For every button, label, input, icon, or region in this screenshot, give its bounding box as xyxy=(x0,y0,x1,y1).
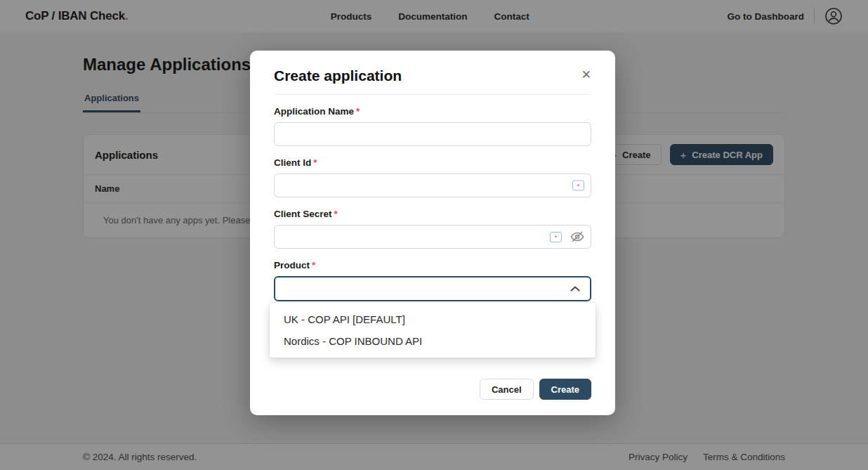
modal-title-divider xyxy=(274,94,591,95)
modal-header: Create application ✕ xyxy=(274,67,591,84)
client-id-input-wrap: * xyxy=(274,174,591,197)
application-name-label: Application Name* xyxy=(274,106,591,117)
client-id-label: Client Id* xyxy=(274,157,591,168)
close-icon[interactable]: ✕ xyxy=(579,66,594,84)
product-label: Product* xyxy=(274,260,591,270)
modal-title: Create application xyxy=(274,67,402,84)
toggle-visibility-eye-slash-icon[interactable] xyxy=(570,231,584,242)
label-text: Application Name xyxy=(274,106,354,117)
modal-create-button[interactable]: Create xyxy=(539,379,591,400)
product-select-wrap: UK - COP API [DEFAULT] Nordics - COP INB… xyxy=(274,276,591,301)
application-name-input[interactable] xyxy=(274,122,591,146)
label-text: Client Secret xyxy=(274,209,332,219)
required-asterisk: * xyxy=(334,209,338,219)
modal-actions: Cancel Create xyxy=(274,379,591,400)
label-text: Product xyxy=(274,260,310,270)
client-id-input-icons: * xyxy=(572,181,584,191)
password-manager-autofill-icon[interactable]: * xyxy=(550,232,562,242)
client-secret-field-group: Client Secret* * xyxy=(274,209,591,249)
application-name-field-group: Application Name* xyxy=(274,106,591,146)
product-select[interactable] xyxy=(274,276,591,301)
client-secret-input[interactable] xyxy=(274,225,591,249)
client-secret-input-wrap: * xyxy=(274,225,591,249)
client-id-field-group: Client Id* * xyxy=(274,157,591,197)
password-manager-autofill-icon[interactable]: * xyxy=(572,181,584,191)
cancel-button[interactable]: Cancel xyxy=(480,379,534,400)
client-secret-input-icons: * xyxy=(550,231,584,242)
required-asterisk: * xyxy=(312,260,315,270)
label-text: Client Id xyxy=(274,157,311,168)
product-option-nordics-cop-inbound-api[interactable]: Nordics - COP INBOUND API xyxy=(270,330,596,352)
product-options-dropdown: UK - COP API [DEFAULT] Nordics - COP INB… xyxy=(270,303,596,358)
required-asterisk: * xyxy=(356,106,360,117)
application-name-input-wrap xyxy=(274,122,591,146)
create-application-modal: Create application ✕ Application Name* C… xyxy=(250,51,615,415)
chevron-up-icon xyxy=(570,286,580,292)
client-secret-label: Client Secret* xyxy=(274,209,591,219)
required-asterisk: * xyxy=(313,157,317,168)
product-field-group: Product* UK - COP API [DEFAULT] Nordics … xyxy=(274,260,591,301)
client-id-input[interactable] xyxy=(274,174,591,197)
product-option-uk-cop-api[interactable]: UK - COP API [DEFAULT] xyxy=(270,308,596,330)
